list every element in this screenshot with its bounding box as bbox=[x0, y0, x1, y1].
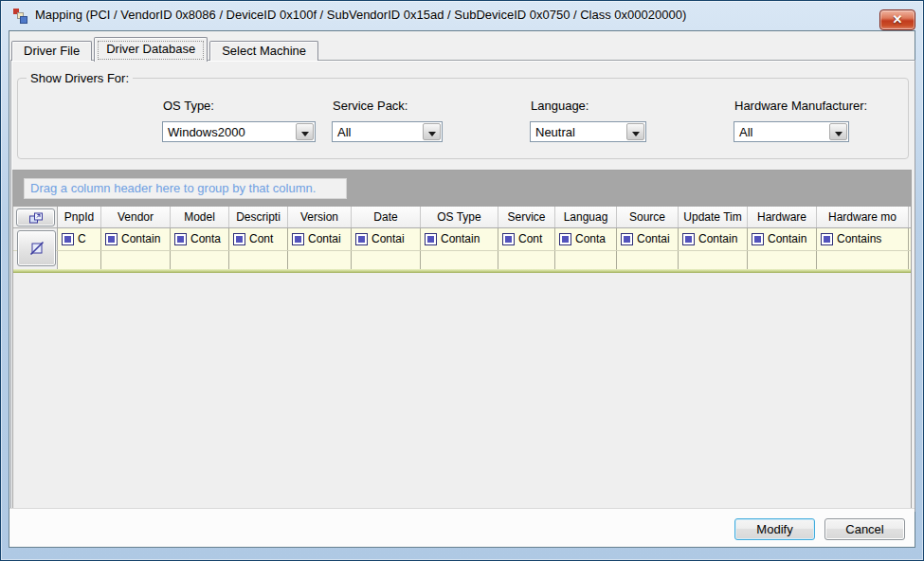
grid-empty-area bbox=[13, 273, 911, 510]
form-icon bbox=[13, 9, 28, 24]
column-header-os-type[interactable]: OS Type bbox=[421, 207, 498, 227]
chevron-down-icon bbox=[301, 132, 309, 136]
hardware-manufacturer-selected-value: All bbox=[739, 125, 752, 139]
tabstrip: Driver FileDriver DatabaseSelect Machine bbox=[11, 35, 320, 61]
column-header-descripti[interactable]: Descripti bbox=[229, 207, 288, 227]
filter-cell-service[interactable]: Cont bbox=[498, 228, 555, 250]
empty-row-cell bbox=[171, 251, 229, 269]
titlebar[interactable]: Mapping (PCI / VendorID 0x8086 / DeviceI… bbox=[1, 1, 923, 30]
filter-condition-icon[interactable] bbox=[62, 233, 74, 245]
filter-cell-date[interactable]: Contai bbox=[352, 228, 421, 250]
column-header-pnpid[interactable]: PnpId bbox=[58, 207, 101, 227]
language-label: Language: bbox=[531, 99, 589, 113]
show-drivers-group-label: Show Drivers For: bbox=[27, 71, 133, 85]
empty-row-cell bbox=[101, 251, 171, 269]
filter-condition-icon[interactable] bbox=[621, 233, 633, 245]
filter-condition-text: Contai bbox=[371, 232, 405, 245]
column-header-service[interactable]: Service bbox=[498, 207, 555, 227]
filter-cell-languag[interactable]: Conta bbox=[555, 228, 617, 250]
filter-condition-icon[interactable] bbox=[292, 233, 304, 245]
service-pack-combobox[interactable]: All bbox=[332, 121, 443, 142]
tab-label: Driver Database bbox=[106, 42, 195, 56]
filter-condition-text: Cont bbox=[249, 232, 273, 245]
tab-label: Select Machine bbox=[222, 44, 306, 58]
dropdown-button[interactable] bbox=[626, 123, 644, 140]
group-by-area[interactable]: Drag a column header here to group by th… bbox=[13, 171, 911, 207]
group-by-hint: Drag a column header here to group by th… bbox=[24, 178, 347, 199]
cancel-button[interactable]: Cancel bbox=[824, 518, 905, 540]
close-icon: ✕ bbox=[893, 10, 903, 29]
empty-row-cell bbox=[817, 251, 909, 269]
empty-row-cell bbox=[421, 251, 498, 269]
filter-cell-descripti[interactable]: Cont bbox=[229, 228, 288, 250]
filter-condition-icon[interactable] bbox=[559, 233, 571, 245]
close-button[interactable]: ✕ bbox=[879, 9, 915, 30]
column-header-source[interactable]: Source bbox=[617, 207, 679, 227]
column-header-hardware-mo[interactable]: Hardware mo bbox=[817, 207, 909, 227]
os-type-selected-value: Windows2000 bbox=[168, 125, 245, 139]
empty-row-cell bbox=[498, 251, 555, 269]
empty-row-cell bbox=[58, 251, 101, 269]
filter-cell-update-tim[interactable]: Contain bbox=[679, 228, 748, 250]
language-selected-value: Neutral bbox=[535, 125, 575, 139]
service-pack-label: Service Pack: bbox=[333, 99, 408, 113]
clear-filter-icon bbox=[29, 242, 44, 256]
drivers-grid: Drag a column header here to group by th… bbox=[12, 170, 912, 511]
column-header-version[interactable]: Version bbox=[288, 207, 352, 227]
empty-row-cell bbox=[679, 251, 748, 269]
tab-driver-file[interactable]: Driver File bbox=[11, 41, 92, 61]
filter-condition-icon[interactable] bbox=[752, 233, 764, 245]
filter-cell-version[interactable]: Contai bbox=[288, 228, 352, 250]
filter-condition-icon[interactable] bbox=[174, 233, 187, 245]
dropdown-button[interactable] bbox=[423, 123, 441, 140]
empty-row-cell bbox=[229, 251, 288, 269]
modify-button[interactable]: Modify bbox=[734, 518, 815, 540]
column-header-hardware[interactable]: Hardware bbox=[748, 207, 817, 227]
dropdown-button[interactable] bbox=[296, 123, 314, 140]
filter-cell-os-type[interactable]: Contain bbox=[421, 228, 498, 250]
column-header-vendor[interactable]: Vendor bbox=[101, 207, 171, 227]
column-header-date[interactable]: Date bbox=[352, 207, 421, 227]
filter-condition-text: Contai bbox=[637, 232, 670, 245]
row-indicator-header-cell bbox=[13, 207, 58, 227]
filter-condition-icon[interactable] bbox=[682, 233, 695, 245]
filter-condition-text: Contain bbox=[121, 232, 160, 245]
customize-grid-button[interactable] bbox=[16, 208, 55, 226]
tab-driver-database[interactable]: Driver Database bbox=[94, 37, 208, 62]
filter-condition-icon[interactable] bbox=[233, 233, 245, 245]
chevron-down-icon bbox=[835, 132, 842, 136]
filter-condition-text: Conta bbox=[575, 232, 606, 245]
column-header-languag[interactable]: Languag bbox=[555, 207, 617, 227]
empty-row-cell bbox=[748, 251, 817, 269]
dropdown-button[interactable] bbox=[829, 123, 847, 140]
os-type-combobox[interactable]: Windows2000 bbox=[162, 121, 316, 142]
filter-condition-text: Contain bbox=[698, 232, 737, 245]
clear-filter-button[interactable] bbox=[17, 230, 56, 266]
empty-row-cell bbox=[288, 251, 352, 269]
filter-condition-text: Contai bbox=[308, 232, 341, 245]
service-pack-selected-value: All bbox=[337, 125, 351, 139]
column-header-update-tim[interactable]: Update Tim bbox=[679, 207, 748, 227]
filter-cell-hardware-mo[interactable]: Contains bbox=[817, 228, 909, 250]
filter-cell-vendor[interactable]: Contain bbox=[101, 228, 171, 250]
tab-label: Driver File bbox=[24, 44, 80, 58]
filter-condition-text: Cont bbox=[518, 232, 542, 245]
show-drivers-groupbox: Show Drivers For: OS Type:Windows2000Ser… bbox=[17, 78, 909, 159]
filter-condition-icon[interactable] bbox=[502, 233, 515, 245]
hardware-manufacturer-combobox[interactable]: All bbox=[734, 121, 849, 142]
filter-cell-source[interactable]: Contai bbox=[617, 228, 679, 250]
filter-condition-icon[interactable] bbox=[355, 233, 368, 245]
filter-condition-text: Contains bbox=[837, 232, 881, 245]
language-combobox[interactable]: Neutral bbox=[530, 121, 646, 142]
filter-cell-model[interactable]: Conta bbox=[171, 228, 229, 250]
chevron-down-icon bbox=[632, 132, 640, 136]
window-title: Mapping (PCI / VendorID 0x8086 / DeviceI… bbox=[35, 8, 686, 22]
column-header-model[interactable]: Model bbox=[171, 207, 229, 227]
hardware-manufacturer-label: Hardware Manufacturer: bbox=[734, 99, 867, 113]
filter-cell-pnpid[interactable]: C bbox=[58, 228, 101, 250]
tab-select-machine[interactable]: Select Machine bbox=[209, 41, 318, 61]
filter-condition-icon[interactable] bbox=[425, 233, 437, 245]
filter-condition-icon[interactable] bbox=[105, 233, 118, 245]
filter-condition-icon[interactable] bbox=[821, 233, 833, 245]
filter-cell-hardware[interactable]: Contain bbox=[748, 228, 817, 250]
